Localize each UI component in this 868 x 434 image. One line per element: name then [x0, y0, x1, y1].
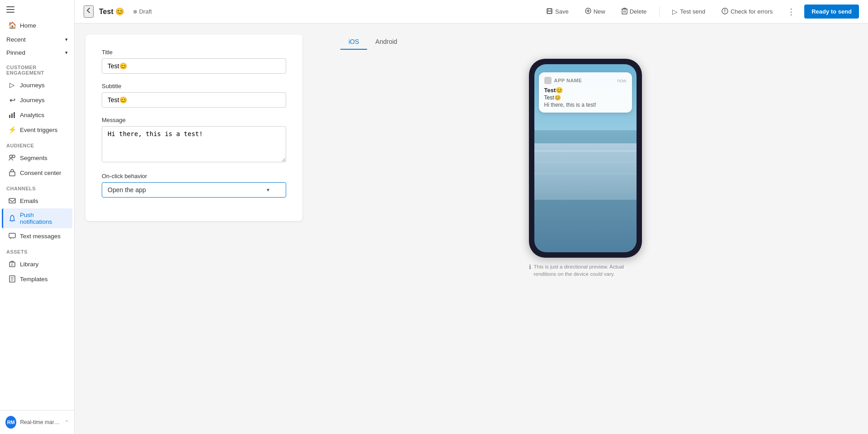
text-messages-icon — [8, 232, 16, 240]
home-icon: 🏠 — [8, 21, 16, 29]
sidebar-item-get-started[interactable]: ▷ Journeys — [2, 78, 72, 92]
get-started-icon: ▷ — [8, 81, 16, 89]
emails-icon — [8, 197, 16, 205]
segments-icon — [8, 154, 16, 162]
preview-note-text: This is just a directional preview. Actu… — [534, 263, 642, 278]
status-indicator — [133, 10, 137, 14]
subtitle-input[interactable] — [102, 92, 286, 108]
sidebar-label-home: Home — [20, 22, 36, 29]
onclick-label: On-click behavior — [102, 173, 286, 179]
notification-card: APP NAME now Test😊 Test😊 Hi — [539, 72, 632, 113]
sidebar-item-consent-center[interactable]: Consent center — [2, 165, 72, 180]
svg-rect-3 — [9, 115, 10, 118]
sidebar-label-get-started: Journeys — [20, 82, 45, 89]
subtitle-group: Subtitle — [102, 83, 286, 108]
sidebar-label-event-triggers: Event triggers — [20, 127, 57, 133]
onclick-select[interactable]: Open the app ▾ — [102, 182, 286, 198]
title-emoji: 😊 — [115, 7, 124, 16]
tab-android[interactable]: Android — [367, 34, 405, 50]
status-text: Draft — [139, 8, 152, 15]
preview-note: ℹ This is just a directional preview. Ac… — [529, 263, 642, 278]
sidebar-bottom[interactable]: RM Real-time marketi... ⌃ — [0, 410, 74, 434]
svg-rect-5 — [14, 112, 15, 118]
sidebar-item-pinned[interactable]: Pinned ▾ — [0, 46, 74, 59]
phone-bg-ice — [534, 143, 637, 200]
new-button[interactable]: New — [580, 5, 611, 18]
sidebar-item-analytics[interactable]: Analytics — [2, 108, 72, 122]
phone-wrapper: APP NAME now Test😊 Test😊 Hi — [529, 59, 642, 278]
sidebar-label-recent: Recent — [6, 36, 26, 43]
test-send-label: Test send — [680, 8, 705, 15]
tab-ios[interactable]: iOS — [340, 34, 367, 50]
analytics-icon — [8, 111, 16, 119]
svg-rect-4 — [11, 113, 13, 118]
subtitle-label: Subtitle — [102, 83, 286, 90]
org-label: Real-time marketi... — [20, 419, 61, 425]
notif-subtitle-text: Test😊 — [544, 94, 561, 101]
message-group: Message Hi there, this is a test! — [102, 117, 286, 164]
title-label: Title — [102, 49, 286, 56]
sidebar-item-home[interactable]: 🏠 Home — [2, 18, 72, 33]
journeys-icon: ↩ — [8, 96, 16, 104]
sidebar-item-emails[interactable]: Emails — [2, 193, 72, 208]
test-send-button[interactable]: ▷ Test send — [667, 5, 711, 19]
check-errors-label: Check for errors — [731, 8, 773, 15]
onclick-select-wrapper: Open the app ▾ — [102, 182, 286, 198]
push-notifications-icon — [8, 214, 16, 222]
section-audience: Audience — [0, 137, 74, 150]
check-errors-icon — [722, 8, 728, 16]
consent-icon — [8, 169, 16, 177]
delete-label: Delete — [630, 8, 647, 15]
more-options-button[interactable]: ⋮ — [783, 5, 799, 19]
svg-rect-11 — [9, 233, 15, 238]
svg-rect-18 — [622, 9, 627, 14]
sidebar-label-library: Library — [20, 261, 38, 268]
section-assets: Assets — [0, 244, 74, 256]
sidebar-label-push-notifications: Push notifications — [20, 212, 66, 225]
avatar: RM — [5, 416, 16, 429]
library-icon — [8, 260, 16, 268]
chevron-down-icon: ▾ — [65, 37, 68, 42]
content-area: Title Subtitle Message Hi there, this is… — [75, 24, 868, 434]
svg-rect-2 — [6, 12, 14, 13]
sidebar-label-consent-center: Consent center — [20, 170, 61, 176]
sidebar-label-text-messages: Text messages — [20, 233, 61, 240]
chevron-down-icon: ▾ — [267, 187, 269, 193]
delete-button[interactable]: Delete — [616, 5, 652, 19]
title-input[interactable] — [102, 58, 286, 74]
svg-point-10 — [12, 221, 13, 222]
svg-point-20 — [725, 12, 726, 13]
notif-time: now — [617, 78, 626, 83]
sidebar-item-templates[interactable]: Templates — [2, 272, 72, 286]
sidebar-item-recent[interactable]: Recent ▾ — [0, 33, 74, 46]
sidebar-label-segments: Segments — [20, 155, 47, 161]
check-errors-button[interactable]: Check for errors — [716, 5, 778, 19]
sidebar-item-library[interactable]: Library — [2, 257, 72, 271]
back-button[interactable] — [84, 5, 94, 18]
save-label: Save — [555, 8, 569, 15]
sidebar-item-journeys[interactable]: ↩ Journeys — [2, 93, 72, 107]
page-title: Test 😊 — [99, 7, 124, 16]
notif-app-icon — [544, 77, 552, 84]
save-button[interactable]: Save — [541, 5, 574, 19]
sidebar-item-text-messages[interactable]: Text messages — [2, 229, 72, 243]
notif-subtitle: Test😊 — [544, 94, 627, 101]
sidebar-item-event-triggers[interactable]: ⚡ Event triggers — [2, 123, 72, 137]
svg-rect-0 — [6, 6, 14, 7]
message-textarea[interactable]: Hi there, this is a test! — [102, 126, 286, 162]
sidebar-label-templates: Templates — [20, 276, 48, 283]
main-content: Test 😊 Draft Save — [75, 0, 868, 434]
sidebar-label-emails: Emails — [20, 198, 38, 204]
save-icon — [546, 8, 553, 16]
section-channels: Channels — [0, 180, 74, 193]
chevron-down-icon: ▾ — [65, 50, 68, 56]
section-customer-engagement: Customer engagement — [0, 59, 74, 77]
templates-icon — [8, 275, 16, 283]
onclick-group: On-click behavior Open the app ▾ — [102, 173, 286, 198]
sidebar-item-push-notifications[interactable]: Push notifications — [2, 208, 72, 228]
phone-screen: APP NAME now Test😊 Test😊 Hi — [534, 64, 637, 252]
hamburger-menu[interactable] — [0, 0, 74, 18]
sidebar-item-segments[interactable]: Segments — [2, 151, 72, 165]
notif-message: Hi there, this is a test! — [544, 102, 627, 108]
ready-to-send-button[interactable]: Ready to send — [804, 5, 859, 19]
